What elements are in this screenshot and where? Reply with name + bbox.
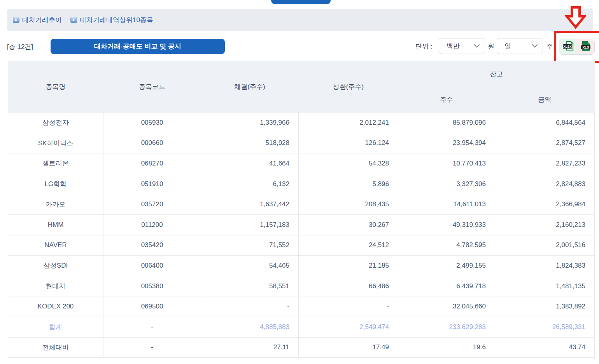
cell-balance-qty: 23,954,394 <box>398 133 495 153</box>
table-row: 현대차 005380 58,551 66,486 6,439,718 1,481… <box>8 276 595 296</box>
cell-balance-qty: 2,499,155 <box>398 256 495 276</box>
unit-label: 단위 : <box>415 42 432 51</box>
cell-contracted: 518,928 <box>201 133 299 153</box>
cell-balance-amt: 2,001,516 <box>495 235 595 256</box>
header-balance-qty: 주수 <box>398 87 495 113</box>
cell-contracted: 1,339,966 <box>201 113 299 133</box>
cell-repaid: 54,328 <box>299 153 398 174</box>
cell-stock-code: 011200 <box>103 214 201 235</box>
table-header: 종목명 종목코드 체결(주수) 상환(주수) 잔고 주수 금액 <box>8 61 595 113</box>
link-label: 대차거래내역상위10종목 <box>80 16 153 24</box>
cell-repaid: 2,549,474 <box>299 317 398 337</box>
xlsx-download-button[interactable]: XLSX <box>559 39 577 54</box>
cell-balance-amt: 2,824,883 <box>495 174 595 194</box>
cell-repaid: 24,512 <box>299 235 398 256</box>
table-row: SK하이닉스 000660 518,928 126,124 23,954,394… <box>8 133 595 153</box>
cell-balance-qty: 3,327,306 <box>398 174 495 194</box>
cell-stock-name: NAVER <box>8 235 103 256</box>
link-label: 대차거래추이 <box>22 16 62 24</box>
cell-stock-code: 005380 <box>103 276 201 296</box>
header-balance-amt: 금액 <box>495 87 595 113</box>
cell-balance-qty: 19.6 <box>398 337 495 358</box>
cell-balance-qty: 4,782,595 <box>398 235 495 256</box>
xlsx-file-icon: XLSX <box>562 40 574 53</box>
cell-stock-name: 현대차 <box>8 276 103 296</box>
cell-stock-code: 068270 <box>103 153 201 174</box>
cell-balance-amt: 1,481,135 <box>495 276 595 296</box>
cell-balance-amt: 2,366,984 <box>495 194 595 215</box>
cell-stock-name: 삼성전자 <box>8 113 103 133</box>
cell-contracted: 41,664 <box>201 153 299 174</box>
svg-text:XLS: XLS <box>582 45 589 49</box>
header-stock-name: 종목명 <box>8 61 103 113</box>
cell-stock-code: 006400 <box>103 256 201 276</box>
cell-stock-code: 000660 <box>103 133 201 153</box>
table-bottom-edge <box>8 358 594 364</box>
cell-stock-code: - <box>103 337 201 358</box>
arrow-right-icon <box>13 17 19 23</box>
cell-contracted: 54,465 <box>201 256 299 276</box>
unit-select-value: 백만 <box>447 42 460 51</box>
cell-balance-qty: 233,629,283 <box>398 317 495 337</box>
cell-stock-code: 051910 <box>103 174 201 194</box>
xls-download-button[interactable]: XLS <box>577 39 594 54</box>
quick-links-bar: 대차거래추이 대차거래내역상위10종목 <box>7 9 593 31</box>
cell-balance-qty: 49,319,933 <box>398 214 495 235</box>
total-count-label: [총 12건] <box>7 42 33 51</box>
link-loan-trade-trend[interactable]: 대차거래추이 <box>13 16 62 24</box>
cell-balance-amt: 6,844,564 <box>495 113 595 133</box>
cell-stock-name: LG화학 <box>8 174 103 194</box>
cell-balance-amt: 2,160,213 <box>495 214 595 235</box>
cell-stock-code: - <box>103 317 201 337</box>
header-contracted: 체결(주수) <box>201 61 299 113</box>
cell-stock-name: 전체대비 <box>8 337 103 358</box>
cell-repaid: 5,896 <box>299 174 398 194</box>
cell-repaid: 66,486 <box>299 276 398 296</box>
period-select[interactable]: 일 <box>497 38 543 54</box>
table-row: 전체대비 - 27.11 17.49 19.6 43.74 <box>8 337 595 358</box>
chevron-down-icon <box>474 44 480 48</box>
header-balance-group: 잔고 <box>398 61 595 87</box>
link-loan-trade-top10[interactable]: 대차거래내역상위10종목 <box>70 16 153 24</box>
table-row: LG화학 051910 6,132 5,896 3,327,306 2,824,… <box>8 174 595 194</box>
chevron-down-icon <box>532 44 538 48</box>
header-repaid: 상환(주수) <box>299 61 398 113</box>
cell-balance-amt: 1,383,892 <box>495 296 595 317</box>
cell-contracted: 58,551 <box>201 276 299 296</box>
header-stock-code: 종목코드 <box>103 61 201 113</box>
cell-stock-code: 035720 <box>103 194 201 215</box>
cell-stock-name: SK하이닉스 <box>8 133 103 153</box>
table-row: 카카오 035720 1,637,442 208,435 14,611,013 … <box>8 194 595 215</box>
cell-stock-name: 삼성SDI <box>8 256 103 276</box>
table-row: 셀트리온 068270 41,664 54,328 10,770,413 2,8… <box>8 153 595 174</box>
svg-text:XLSX: XLSX <box>563 45 572 49</box>
cell-balance-amt: 1,824,383 <box>495 256 595 276</box>
loan-trade-table: 종목명 종목코드 체결(주수) 상환(주수) 잔고 주수 금액 삼성전자 005… <box>8 61 595 358</box>
compare-disclosure-button[interactable]: 대차거래-공매도 비교 및 공시 <box>51 39 225 54</box>
cell-stock-code: 005930 <box>103 113 201 133</box>
cell-balance-amt: 43.74 <box>495 337 595 358</box>
cell-balance-amt: 2,827,233 <box>495 153 595 174</box>
cell-stock-name: HMM <box>8 214 103 235</box>
cell-repaid: - <box>299 296 398 317</box>
cell-repaid: 208,435 <box>299 194 398 215</box>
cell-balance-qty: 32,045,660 <box>398 296 495 317</box>
cell-contracted: 6,132 <box>201 174 299 194</box>
period-suffix-label: 주 <box>546 42 553 51</box>
table-row: KODEX 200 069500 - - 32,045,660 1,383,89… <box>8 296 595 317</box>
table-row: 삼성SDI 006400 54,465 21,185 2,499,155 1,8… <box>8 256 595 276</box>
cell-contracted: - <box>201 296 299 317</box>
page: 대차거래추이 대차거래내역상위10종목 [총 12건] 대차거래-공매도 비교 … <box>0 0 599 364</box>
table-row: NAVER 035420 71,552 24,512 4,782,595 2,0… <box>8 235 595 256</box>
cell-contracted: 4,885,883 <box>201 317 299 337</box>
cell-balance-amt: 2,874,527 <box>495 133 595 153</box>
top-cropped-button[interactable] <box>271 0 331 4</box>
unit-select[interactable]: 백만 <box>439 38 485 54</box>
cell-repaid: 30,267 <box>299 214 398 235</box>
cell-repaid: 17.49 <box>299 337 398 358</box>
arrow-right-icon <box>70 17 77 23</box>
cell-stock-name: KODEX 200 <box>8 296 103 317</box>
cell-contracted: 27.11 <box>201 337 299 358</box>
cell-repaid: 21,185 <box>299 256 398 276</box>
cell-repaid: 2,012,241 <box>299 113 398 133</box>
